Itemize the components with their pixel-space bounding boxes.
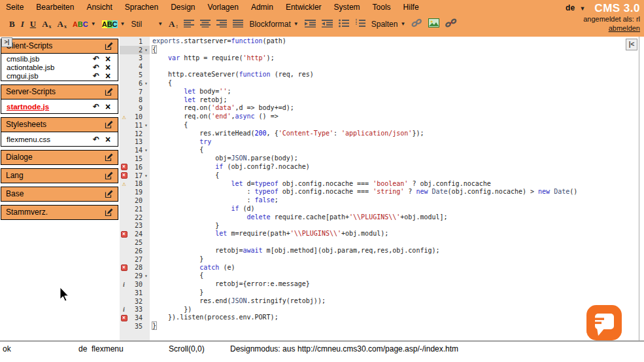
code-line: catch (e) [152, 264, 639, 272]
close-icon[interactable]: × [103, 103, 112, 110]
chat-button[interactable] [586, 305, 622, 340]
line-number: 27 [128, 256, 143, 263]
sidebar-collapse-button[interactable]: >| [1, 37, 12, 47]
image-button[interactable] [428, 18, 439, 30]
menu-item-ansicht[interactable]: Ansicht [86, 3, 112, 12]
fold-toggle-icon[interactable]: ▾ [143, 122, 150, 128]
line-number: 6 [128, 80, 143, 87]
line-number: 4 [128, 63, 143, 70]
section-header[interactable]: Stammverz. [1, 206, 118, 219]
outdent-button[interactable] [322, 18, 333, 30]
file-item[interactable]: cmslib.jsb↶× [1, 54, 118, 63]
menu-item-vorlagen[interactable]: Vorlagen [208, 3, 239, 12]
edit-icon-button[interactable] [105, 42, 113, 50]
numbered-list-button[interactable] [355, 18, 365, 30]
editor-collapse-button[interactable]: |< [626, 39, 637, 50]
revert-icon[interactable]: ↶ [89, 71, 103, 81]
justify-button[interactable] [233, 18, 243, 30]
revert-icon[interactable]: ↶ [89, 54, 103, 63]
align-left-button[interactable] [184, 18, 194, 30]
blockformat-dropdown[interactable]: Blockformat▼ [249, 20, 298, 29]
status-page-name: flexmenu [92, 344, 124, 353]
close-icon[interactable]: × [103, 64, 112, 71]
file-item[interactable]: cmgui.jsb↶× [1, 71, 118, 80]
numbered-list-icon [355, 19, 365, 27]
gutter-annotation-cell: × [120, 164, 128, 170]
fold-toggle-icon[interactable]: ▾ [143, 173, 150, 179]
revert-icon[interactable]: ↶ [89, 102, 103, 111]
bold-button[interactable]: B [9, 19, 15, 29]
section-header[interactable]: Dialoge [1, 151, 118, 164]
bullet-list-button[interactable] [339, 18, 349, 30]
line-number: 20 [128, 197, 143, 204]
line-number: 2 [128, 46, 143, 54]
stil-dropdown[interactable]: Stil▼ [131, 20, 163, 29]
menu-item-system[interactable]: System [334, 3, 360, 12]
spalten-dropdown[interactable]: Spalten▼ [371, 20, 406, 29]
menu-item-sprachen[interactable]: Sprachen [125, 3, 158, 12]
code-line: let body=''; [152, 88, 639, 96]
gutter-row: ×16 [120, 163, 150, 172]
font-color-button[interactable]: ABC▼ [73, 20, 96, 28]
section-header[interactable]: Client-Scripts [1, 39, 118, 53]
revert-icon[interactable]: ↶ [89, 63, 103, 72]
highlight-color-button[interactable]: ABC▼ [102, 20, 126, 28]
code-line: } [152, 322, 639, 331]
section-header[interactable]: Stylesheets [1, 118, 118, 132]
edit-icon-button[interactable] [105, 190, 113, 198]
gutter-row: 15 [120, 154, 150, 163]
gutter-row: 20 [120, 196, 150, 205]
language-dropdown[interactable]: de ▼ [566, 3, 585, 13]
fold-toggle-icon[interactable]: ▾ [143, 147, 150, 153]
line-number: 35 [128, 323, 143, 330]
menu-item-hilfe[interactable]: Hilfe [403, 3, 419, 12]
unlink-button[interactable] [445, 18, 457, 30]
close-icon[interactable]: × [103, 136, 112, 143]
menu-item-seite[interactable]: Seite [6, 3, 24, 12]
menu-item-bearbeiten[interactable]: Bearbeiten [36, 3, 74, 12]
code-line: res.writeHead(200, {'Content-Type': 'app… [152, 130, 639, 138]
menu-item-entwickler[interactable]: Entwickler [286, 3, 322, 12]
menu-item-tools[interactable]: Tools [373, 3, 391, 12]
sidebar-section-dialoge: Dialoge [1, 150, 118, 165]
code-line: try [152, 138, 639, 147]
brand-logo: CMS 3.0 [594, 1, 640, 15]
align-right-button[interactable] [216, 18, 227, 30]
edit-icon-button[interactable] [105, 208, 113, 217]
link-button[interactable] [411, 18, 422, 30]
close-icon[interactable]: × [103, 56, 112, 62]
edit-icon-button[interactable] [105, 153, 113, 162]
section-header[interactable]: Lang [1, 169, 118, 183]
indent-button[interactable] [305, 18, 316, 30]
section-header[interactable]: Base [1, 187, 118, 201]
edit-icon-button[interactable] [105, 120, 113, 129]
warning-icon: ⚠ [122, 181, 126, 187]
file-item[interactable]: flexmenu.css↶× [1, 133, 118, 145]
fold-toggle-icon[interactable]: ▾ [143, 47, 150, 53]
line-number: 21 [128, 206, 143, 213]
revert-icon[interactable]: ↶ [89, 135, 103, 144]
menu-item-admin[interactable]: Admin [251, 3, 273, 12]
underline-button[interactable]: U [30, 19, 36, 29]
section-header[interactable]: Server-Scripts [1, 85, 118, 99]
code-line: : false; [152, 196, 639, 205]
italic-button[interactable]: I [21, 19, 24, 29]
edit-icon-button[interactable] [105, 88, 113, 96]
underline-icon: U [30, 19, 36, 29]
subscript-button[interactable]: Ax [42, 19, 51, 29]
file-item[interactable]: startnode.js↶× [1, 100, 118, 113]
edit-icon-button[interactable] [105, 172, 113, 180]
link-icon [411, 18, 422, 27]
logout-link[interactable]: abmelden [566, 24, 640, 33]
menu-item-design[interactable]: Design [171, 3, 195, 12]
code-editor[interactable]: exports.startserver=function(path){ var … [150, 37, 639, 340]
gutter-annotation-cell: ⚠ [120, 181, 128, 187]
gutter-row: ⚠18 [120, 180, 150, 189]
superscript-button[interactable]: Ax [58, 19, 67, 29]
fold-toggle-icon[interactable]: ▾ [143, 81, 150, 86]
font-size-button[interactable]: A↕ [169, 19, 178, 29]
fold-toggle-icon[interactable]: ▾ [143, 273, 150, 279]
align-center-button[interactable] [200, 18, 211, 30]
file-item[interactable]: actiontable.jsb↶× [1, 63, 118, 71]
close-icon[interactable]: × [103, 73, 112, 79]
